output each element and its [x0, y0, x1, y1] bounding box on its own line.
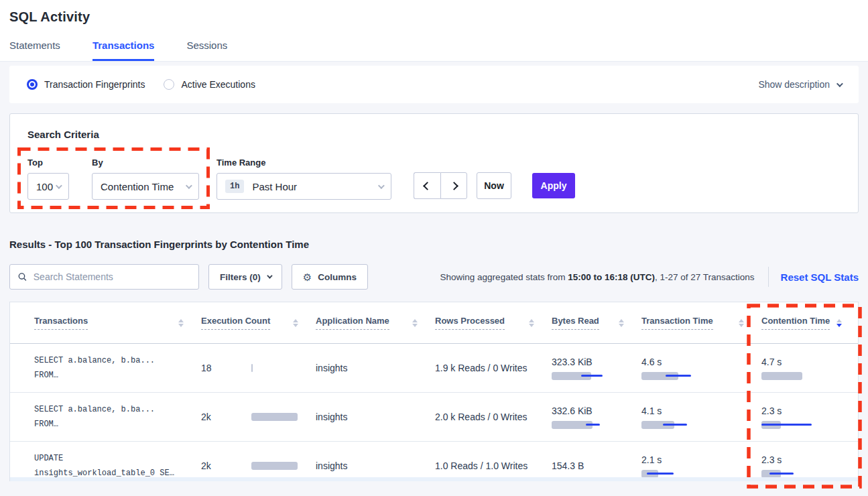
reset-sql-stats-link[interactable]: Reset SQL Stats	[781, 271, 859, 283]
chevron-right-icon	[450, 182, 458, 190]
stddev-line	[647, 473, 674, 475]
transaction-time-cell-value: 4.1 s	[641, 406, 761, 416]
stddev-line	[663, 424, 687, 426]
column-header-label[interactable]: Rows Processed	[435, 316, 505, 330]
aggregated-stats-text: Showing aggregated stats from 15:00 to 1…	[440, 272, 755, 282]
contention-time-cell-value: 2.3 s	[761, 406, 859, 416]
table-row[interactable]: SELECT a.balance, b.ba...FROM…18insights…	[10, 344, 858, 393]
by-label: By	[92, 158, 199, 168]
time-prev-button[interactable]	[414, 172, 440, 199]
contention-time-cell-value: 4.7 s	[761, 357, 859, 367]
table-row[interactable]: UPDATEinsights_workload_table_0 SE…2kins…	[10, 442, 858, 481]
rows-processed-cell: 1.0 Reads / 1.0 Writes	[435, 460, 552, 471]
contention-time-cell-value: 2.3 s	[761, 454, 859, 465]
transaction-time-cell-value: 4.6 s	[641, 357, 761, 367]
column-header-execution-count: Execution Count	[201, 316, 316, 330]
search-icon	[18, 272, 27, 282]
sort-arrows-icon[interactable]	[178, 319, 184, 327]
contention-time-cell: 2.3 s	[761, 454, 859, 478]
transaction-fingerprint-link[interactable]: UPDATEinsights_workload_table_0 SE…	[34, 451, 201, 481]
sort-arrows-icon[interactable]	[412, 319, 418, 327]
time-range-value: Past Hour	[252, 181, 297, 192]
contention-time-cell-bar-chart	[761, 372, 822, 380]
contention-time-cell: 4.7 s	[761, 357, 859, 380]
next-row-peek	[10, 477, 858, 481]
time-range-select[interactable]: 1h Past Hour	[216, 173, 391, 200]
columns-label: Columns	[318, 272, 357, 282]
stats-area: Showing aggregated stats from 15:00 to 1…	[440, 267, 859, 287]
by-select[interactable]: Contention Time	[92, 173, 199, 200]
bytes-read-cell-value: 323.3 KiB	[552, 357, 641, 367]
time-range-field-group: Time Range 1h Past Hour	[216, 158, 391, 200]
filters-button[interactable]: Filters (0)	[208, 264, 282, 290]
sort-arrows-icon[interactable]	[619, 319, 624, 327]
table-row[interactable]: SELECT a.balance, b.ba...FROM…2kinsights…	[10, 393, 858, 442]
time-next-button[interactable]	[440, 172, 467, 199]
top-select[interactable]: 100	[27, 173, 69, 200]
radio-label: Transaction Fingerprints	[44, 79, 145, 90]
application-name-cell: insights	[316, 412, 435, 422]
tab-statements[interactable]: Statements	[9, 40, 60, 61]
radio-selected-icon[interactable]	[27, 79, 38, 90]
time-range-label: Time Range	[216, 158, 391, 168]
bytes-read-cell-value: 332.6 KiB	[552, 406, 641, 416]
transaction-time-cell: 4.1 s	[641, 406, 761, 429]
column-header-rows-processed: Rows Processed	[435, 316, 552, 330]
view-toggle-band: Transaction Fingerprints Active Executio…	[9, 66, 859, 103]
show-description-toggle[interactable]: Show description	[758, 79, 841, 90]
stddev-line	[761, 424, 812, 426]
chevron-down-icon	[267, 273, 272, 278]
chevron-down-icon	[836, 80, 843, 87]
results-toolbar: Filters (0) ⚙ Columns Showing aggregated…	[9, 264, 859, 290]
chevron-left-icon	[423, 182, 432, 190]
gear-icon: ⚙	[303, 272, 312, 282]
rows-processed-cell: 2.0 k Reads / 0 Writes	[435, 412, 552, 422]
search-statements-input[interactable]	[34, 271, 190, 282]
stddev-line	[666, 375, 691, 377]
execution-count-cell: 2k	[201, 412, 316, 422]
radio-active-executions[interactable]: Active Executions	[164, 79, 255, 90]
top-label: Top	[27, 158, 69, 168]
execution-count-bar	[251, 364, 253, 372]
column-header-label[interactable]: Transaction Time	[641, 316, 713, 330]
now-button[interactable]: Now	[477, 172, 511, 199]
tab-transactions[interactable]: Transactions	[92, 40, 155, 61]
chevron-down-icon	[56, 182, 62, 189]
column-header-transactions: Transactions	[34, 316, 201, 330]
bytes-read-cell: 332.6 KiB	[552, 406, 641, 429]
by-select-value: Contention Time	[101, 181, 174, 192]
transaction-time-cell: 4.6 s	[641, 357, 761, 380]
sort-arrows-icon[interactable]	[836, 319, 842, 327]
sort-arrows-icon[interactable]	[739, 319, 744, 327]
execution-count-bar	[251, 413, 298, 421]
tab-sessions[interactable]: Sessions	[186, 40, 227, 61]
apply-button[interactable]: Apply	[532, 173, 575, 198]
column-header-label[interactable]: Execution Count	[201, 316, 270, 330]
divider	[768, 267, 769, 287]
sort-arrows-icon[interactable]	[293, 319, 298, 327]
sort-arrows-icon[interactable]	[529, 319, 534, 327]
chevron-down-icon	[186, 182, 192, 189]
execution-count-bar	[251, 462, 298, 470]
bytes-read-cell: 154.3 B	[552, 460, 641, 471]
column-header-label[interactable]: Bytes Read	[552, 316, 599, 330]
search-statements-box[interactable]	[9, 264, 199, 290]
by-field-group: By Contention Time	[92, 158, 199, 200]
contention-time-cell-bar-chart	[761, 470, 822, 478]
column-header-label[interactable]: Contention Time	[761, 316, 830, 330]
transaction-fingerprint-link[interactable]: SELECT a.balance, b.ba...FROM…	[34, 353, 201, 383]
time-nav-group	[414, 172, 467, 199]
transactions-table: TransactionsExecution CountApplication N…	[9, 302, 859, 481]
column-header-label[interactable]: Application Name	[316, 316, 389, 330]
page-title: SQL Activity	[9, 9, 859, 25]
transaction-fingerprint-link[interactable]: SELECT a.balance, b.ba...FROM…	[34, 402, 201, 432]
radio-transaction-fingerprints[interactable]: Transaction Fingerprints	[27, 79, 145, 90]
top-field-group: Top 100	[27, 158, 69, 200]
column-header-transaction-time: Transaction Time	[641, 316, 761, 330]
bytes-read-cell-bar-chart	[552, 372, 612, 380]
column-header-label[interactable]: Transactions	[34, 316, 88, 330]
table-header-row: TransactionsExecution CountApplication N…	[10, 302, 858, 344]
transaction-time-cell-value: 2.1 s	[641, 454, 761, 465]
radio-unselected-icon[interactable]	[164, 79, 174, 90]
columns-button[interactable]: ⚙ Columns	[292, 264, 368, 290]
